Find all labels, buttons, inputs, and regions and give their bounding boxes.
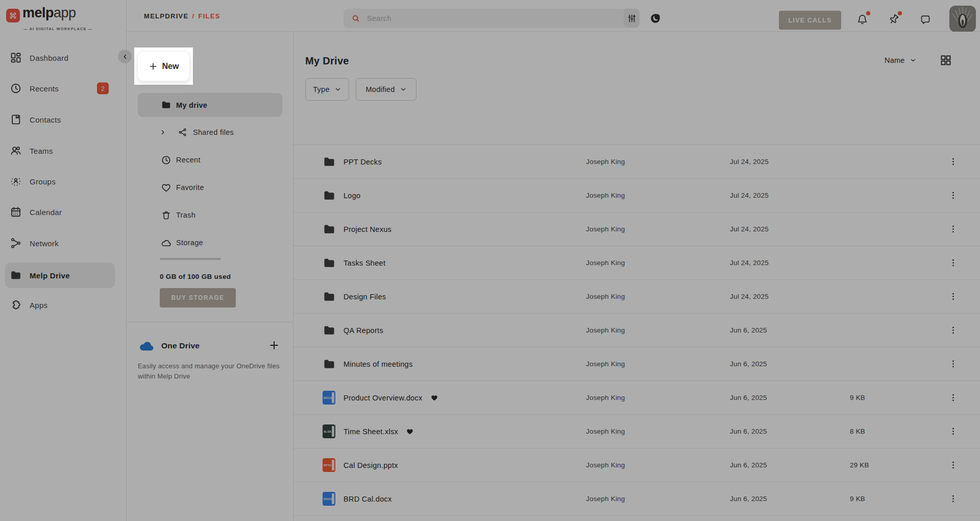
plus-icon [149, 62, 158, 71]
new-button-spotlight: New [134, 48, 193, 85]
new-button[interactable]: New [137, 51, 190, 81]
new-button-label: New [162, 62, 179, 71]
app-root: melpapp — AI DIGITAL WORKPLACE — Dashboa… [0, 0, 980, 521]
